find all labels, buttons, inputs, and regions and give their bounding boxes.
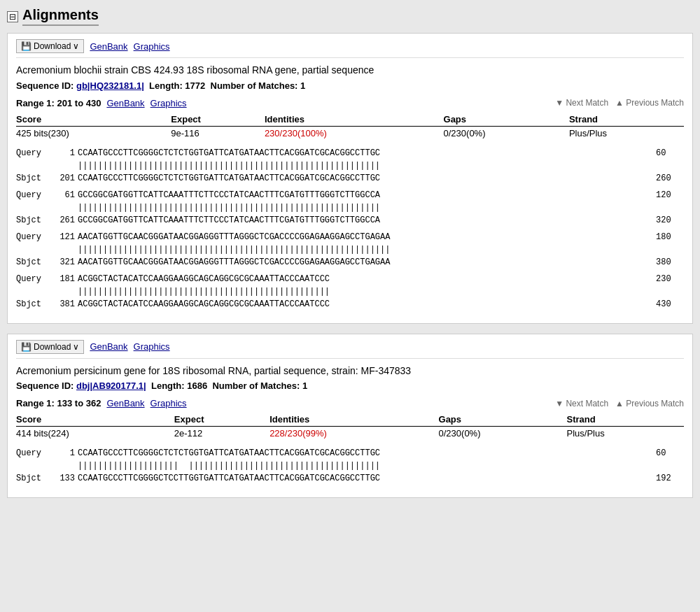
graphics-link-toolbar-2[interactable]: Graphics	[134, 341, 170, 352]
score-value: 230/230(100%)	[265, 126, 444, 140]
query-row-1-4: Query181 ACGGCTACTACATCCAAGGAAGGCAGCAGGC…	[16, 273, 684, 285]
score-header: Score	[16, 413, 174, 427]
score-value: 0/230(0%)	[439, 427, 567, 441]
score-header: Score	[16, 113, 171, 127]
score-header: Expect	[171, 113, 265, 127]
score-value: 9e-116	[171, 126, 265, 140]
score-header: Strand	[569, 113, 684, 127]
range-label-1: Range 1: 201 to 430	[16, 98, 101, 108]
query-row-2-1: Query1 CCAATGCCCTTCGGGGCTCTCTGGTGATTCATG…	[16, 447, 684, 460]
genbank-link-toolbar-2[interactable]: GenBank	[90, 341, 127, 352]
prev-match-2[interactable]: ▲ Previous Match	[615, 399, 684, 408]
match-row-1-4: ||||||||||||||||||||||||||||||||||||||||…	[16, 285, 684, 298]
seq-id-line-2: Sequence ID: dbj|AB920177.1| Length: 168…	[16, 380, 684, 391]
score-value: Plus/Plus	[567, 427, 684, 441]
results-container: 💾 Download ∨ GenBank Graphics Acremonium…	[7, 33, 693, 498]
toolbar-1: 💾 Download ∨ GenBank Graphics	[16, 39, 684, 58]
download-icon-2: 💾	[21, 342, 31, 352]
score-header: Identities	[270, 413, 438, 427]
match-row-1-3: ||||||||||||||||||||||||||||||||||||||||…	[16, 243, 684, 256]
graphics-range-link-2[interactable]: Graphics	[150, 398, 187, 408]
download-icon-1: 💾	[21, 41, 31, 51]
match-row-2-1: |||||||||||||||||||| |||||||||||||||||||…	[16, 460, 684, 472]
genbank-range-link-2[interactable]: GenBank	[106, 398, 144, 408]
sbjct-row-2-1: Sbjct133 CCAATGCCCTTCGGGGCTCCTTGGTGATTCA…	[16, 472, 684, 485]
score-header: Gaps	[444, 113, 569, 127]
match-row-1-2: ||||||||||||||||||||||||||||||||||||||||…	[16, 201, 684, 214]
query-row-1-1: Query1 CCAATGCCCTTCGGGGCTCTCTGGTGATTCATG…	[16, 147, 684, 159]
genbank-link-toolbar-1[interactable]: GenBank	[90, 41, 127, 52]
score-header: Gaps	[439, 413, 567, 427]
score-value: 0/230(0%)	[444, 126, 569, 140]
dropdown-arrow-2: ∨	[73, 342, 79, 352]
download-button-1[interactable]: 💾 Download ∨	[16, 39, 84, 53]
download-button-2[interactable]: 💾 Download ∨	[16, 340, 84, 354]
score-value: Plus/Plus	[569, 126, 684, 140]
score-value: 2e-112	[174, 427, 270, 441]
match-row-1-1: ||||||||||||||||||||||||||||||||||||||||…	[16, 159, 684, 172]
dropdown-arrow-1: ∨	[73, 41, 79, 51]
sbjct-row-1-2: Sbjct261 GCCGGCGATGGTTCATTCAAATTTCTTCCCT…	[16, 214, 684, 227]
genbank-range-link-1[interactable]: GenBank	[106, 98, 144, 108]
scores-table-1: ScoreExpectIdentitiesGapsStrand425 bits(…	[16, 113, 684, 140]
prev-match-1[interactable]: ▲ Previous Match	[615, 98, 684, 108]
query-row-1-2: Query61 GCCGGCGATGGTTCATTCAAATTTCTTCCCTA…	[16, 189, 684, 201]
score-value: 228/230(99%)	[270, 427, 438, 441]
score-header: Identities	[265, 113, 444, 127]
sbjct-row-1-3: Sbjct321 AACATGGTTGCAACGGGATAACGGAGGGTTT…	[16, 256, 684, 269]
alignment-block-1-4: Query181 ACGGCTACTACATCCAAGGAAGGCAGCAGGC…	[16, 273, 684, 311]
graphics-link-toolbar-1[interactable]: Graphics	[134, 41, 170, 52]
seq-id-line-1: Sequence ID: gb|HQ232181.1| Length: 1772…	[16, 80, 684, 91]
sbjct-row-1-4: Sbjct381 ACGGCTACTACATCCAAGGAAGGCAGCAGGC…	[16, 298, 684, 311]
next-match-2[interactable]: ▼ Next Match	[555, 399, 608, 408]
result-block-2: 💾 Download ∨ GenBank Graphics Acremonium…	[7, 334, 693, 499]
toolbar-2: 💾 Download ∨ GenBank Graphics	[16, 340, 684, 359]
score-value: 425 bits(230)	[16, 126, 171, 140]
alignment-block-1-3: Query121 AACATGGTTGCAACGGGATAACGGAGGGTTT…	[16, 231, 684, 269]
collapse-icon[interactable]: ⊟	[7, 11, 18, 22]
seq-id-link-1[interactable]: gb|HQ232181.1|	[76, 80, 144, 91]
alignments-header: ⊟ Alignments	[7, 7, 693, 26]
alignment-block-2-1: Query1 CCAATGCCCTTCGGGGCTCTCTGGTGATTCATG…	[16, 447, 684, 485]
download-label-2: Download	[34, 342, 71, 352]
result-title-2: Acremonium persicinum gene for 18S ribos…	[16, 364, 684, 378]
range-label-2: Range 1: 133 to 362	[16, 398, 101, 408]
match-nav-1: ▼ Next Match ▲ Previous Match	[555, 98, 684, 108]
score-value: 414 bits(224)	[16, 427, 174, 441]
sbjct-row-1-1: Sbjct201 CCAATGCCCTTCGGGGCTCTCTGGTGATTCA…	[16, 172, 684, 185]
page-wrapper: ⊟ Alignments 💾 Download ∨ GenBank Graphi…	[0, 0, 700, 612]
range-header-2: Range 1: 133 to 362 GenBank Graphics ▼ N…	[16, 398, 684, 408]
result-block-1: 💾 Download ∨ GenBank Graphics Acremonium…	[7, 33, 693, 324]
scores-table-2: ScoreExpectIdentitiesGapsStrand414 bits(…	[16, 413, 684, 440]
alignment-block-1-2: Query61 GCCGGCGATGGTTCATTCAAATTTCTTCCCTA…	[16, 189, 684, 227]
score-header: Expect	[174, 413, 270, 427]
score-header: Strand	[567, 413, 684, 427]
next-match-1[interactable]: ▼ Next Match	[555, 98, 608, 108]
download-label-1: Download	[34, 41, 71, 51]
alignment-block-1-1: Query1 CCAATGCCCTTCGGGGCTCTCTGGTGATTCATG…	[16, 147, 684, 185]
match-nav-2: ▼ Next Match ▲ Previous Match	[555, 399, 684, 408]
range-header-1: Range 1: 201 to 430 GenBank Graphics ▼ N…	[16, 98, 684, 108]
result-title-1: Acremonium blochii strain CBS 424.93 18S…	[16, 64, 684, 78]
alignments-title: Alignments	[22, 7, 99, 26]
query-row-1-3: Query121 AACATGGTTGCAACGGGATAACGGAGGGTTT…	[16, 231, 684, 243]
seq-id-link-2[interactable]: dbj|AB920177.1|	[76, 380, 146, 391]
graphics-range-link-1[interactable]: Graphics	[150, 98, 187, 108]
